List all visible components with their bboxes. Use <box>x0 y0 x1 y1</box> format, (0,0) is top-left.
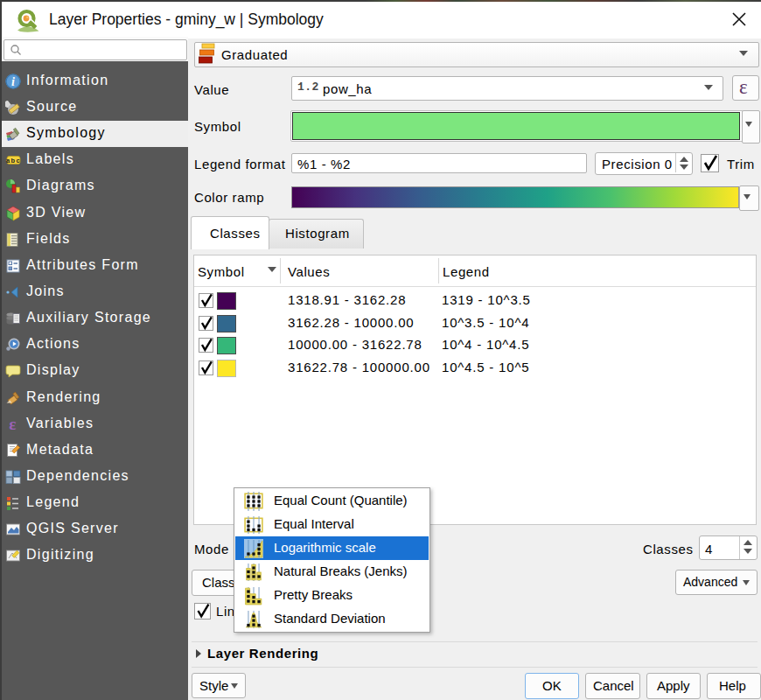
svg-text:abc: abc <box>6 157 21 164</box>
svg-text:ε: ε <box>9 416 17 432</box>
svg-text:i: i <box>11 75 16 88</box>
